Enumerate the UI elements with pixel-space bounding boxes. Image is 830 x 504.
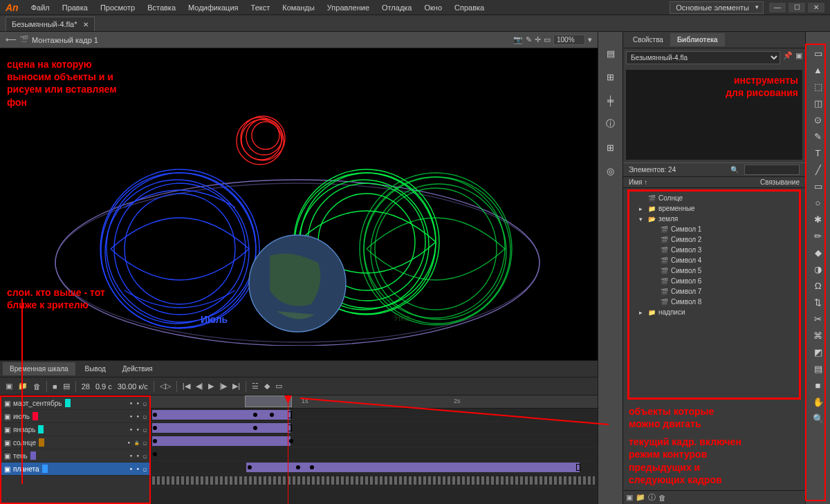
track-row[interactable]: [151, 435, 598, 448]
track-row[interactable]: [151, 448, 598, 461]
tool-button-5[interactable]: ✎: [811, 129, 826, 144]
new-folder-icon[interactable]: 📁: [636, 493, 645, 502]
layer-toggles[interactable]: ●●◻: [130, 414, 147, 419]
menu-commands[interactable]: Команды: [277, 1, 320, 14]
menu-file[interactable]: Файл: [26, 1, 55, 14]
maximize-button[interactable]: ☐: [788, 3, 805, 12]
layer-view-icon[interactable]: ▤: [63, 382, 70, 391]
menu-window[interactable]: Окно: [418, 1, 448, 14]
tool-button-19[interactable]: ▤: [811, 361, 826, 376]
panel-icon-2[interactable]: ╪: [603, 93, 618, 108]
document-tab[interactable]: Безымянный-4.fla* ✕: [6, 17, 95, 31]
library-document-dropdown[interactable]: Безымянный-4.fla: [626, 51, 780, 64]
layer-color-swatch[interactable]: [39, 438, 44, 447]
library-item[interactable]: 🎬Символ 5: [631, 265, 797, 276]
frames-area[interactable]: 1s 2s: [151, 395, 598, 504]
crosshair-icon[interactable]: ✛: [535, 35, 541, 44]
track-row[interactable]: [151, 422, 598, 435]
tool-button-14[interactable]: Ω: [811, 278, 826, 293]
tool-button-17[interactable]: ⌘: [811, 328, 826, 343]
camera-layer-icon[interactable]: ■: [53, 382, 57, 391]
tab-output[interactable]: Вывод: [78, 362, 113, 375]
layer-row[interactable]: ▣январь●●◻: [1, 423, 149, 436]
tool-button-18[interactable]: ◩: [811, 344, 826, 360]
library-item[interactable]: 🎬Символ 7: [631, 286, 797, 297]
layer-row[interactable]: ▣тень●●◻: [1, 449, 149, 463]
layer-row[interactable]: ▣март_сентябрь●●◻: [1, 397, 149, 410]
last-frame-icon[interactable]: ▶|: [232, 382, 240, 391]
library-item[interactable]: 🎬Солнце: [631, 193, 797, 203]
tool-button-3[interactable]: ◫: [811, 95, 826, 111]
insert-frame-icon[interactable]: ▭: [275, 382, 282, 391]
loop-icon[interactable]: ◁▷: [160, 382, 171, 391]
layer-row[interactable]: ▣планета●●◻: [1, 463, 149, 476]
expand-icon[interactable]: ▸: [636, 205, 645, 212]
tool-button-10[interactable]: ✱: [811, 212, 826, 227]
library-item[interactable]: ▸📁надписи: [631, 307, 797, 317]
back-icon[interactable]: ⟵: [6, 35, 17, 44]
pin-icon[interactable]: 📌: [783, 51, 793, 64]
pasteboard-icon[interactable]: ▭: [544, 35, 551, 44]
tool-button-12[interactable]: ◆: [811, 245, 826, 260]
play-icon[interactable]: ▶: [208, 382, 214, 391]
zoom-input[interactable]: [553, 35, 585, 45]
menu-text[interactable]: Текст: [246, 1, 276, 14]
library-item[interactable]: 🎬Символ 8: [631, 297, 797, 307]
zoom-dropdown-icon[interactable]: ▾: [588, 35, 592, 44]
insert-keyframe-icon[interactable]: ◆: [264, 382, 270, 391]
col-linkage[interactable]: Связывание: [760, 178, 800, 186]
first-frame-icon[interactable]: |◀: [183, 382, 190, 391]
panel-icon-3[interactable]: ⓘ: [603, 116, 618, 131]
tool-button-2[interactable]: ⬚: [811, 79, 826, 94]
tab-library[interactable]: Библиотека: [670, 33, 725, 46]
library-item[interactable]: 🎬Символ 4: [631, 255, 797, 265]
track-row[interactable]: [151, 461, 598, 474]
layer-toggles[interactable]: ●●◻: [130, 467, 147, 472]
camera-icon[interactable]: 📷: [513, 35, 523, 44]
scene-icon[interactable]: 🎬: [19, 35, 29, 44]
layer-color-swatch[interactable]: [30, 451, 36, 460]
tool-button-20[interactable]: ■: [811, 377, 826, 393]
tool-button-16[interactable]: ✂: [811, 311, 826, 326]
tool-button-13[interactable]: ◑: [811, 261, 826, 277]
tool-button-8[interactable]: ▭: [811, 178, 826, 194]
tool-button-7[interactable]: ╱: [811, 162, 826, 177]
panel-icon-0[interactable]: ▤: [603, 46, 618, 61]
layer-color-swatch[interactable]: [33, 412, 38, 420]
library-item[interactable]: 🎬Символ 1: [631, 224, 797, 234]
menu-modify[interactable]: Модификация: [183, 1, 244, 14]
tool-button-21[interactable]: ✋: [811, 394, 826, 409]
tool-button-0[interactable]: ▭: [811, 46, 826, 61]
tool-button-1[interactable]: ▲: [811, 62, 826, 77]
library-item[interactable]: ▸📁временные: [631, 203, 797, 214]
properties-icon[interactable]: ⓘ: [648, 492, 656, 503]
stage-canvas[interactable]: сцена на которую выносим объекты и и рис…: [0, 48, 598, 360]
new-layer-icon[interactable]: ▣: [6, 382, 12, 391]
library-item[interactable]: 🎬Символ 6: [631, 276, 797, 286]
delete-icon[interactable]: 🗑: [658, 494, 666, 502]
edit-scene-icon[interactable]: ✎: [526, 35, 532, 44]
menu-insert[interactable]: Вставка: [142, 1, 181, 14]
col-name[interactable]: Имя ↑: [629, 178, 647, 186]
timeline-ruler[interactable]: 1s 2s: [151, 395, 598, 409]
prev-frame-icon[interactable]: ◀|: [196, 382, 203, 391]
layer-toggles[interactable]: ●●◻: [130, 454, 147, 458]
minimize-button[interactable]: —: [769, 3, 786, 12]
next-frame-icon[interactable]: |▶: [219, 382, 227, 391]
tool-button-4[interactable]: ⊙: [811, 112, 826, 127]
layer-toggles[interactable]: ●●◻: [130, 401, 147, 406]
tab-properties[interactable]: Свойства: [626, 33, 670, 46]
menu-view[interactable]: Просмотр: [95, 1, 140, 14]
new-folder-icon[interactable]: 📁: [18, 382, 28, 391]
close-button[interactable]: ✕: [808, 3, 824, 12]
close-icon[interactable]: ✕: [83, 21, 89, 28]
layer-toggles[interactable]: ●●◻: [130, 427, 147, 432]
tool-button-6[interactable]: T: [811, 145, 826, 160]
delete-layer-icon[interactable]: 🗑: [33, 382, 41, 391]
layer-color-swatch[interactable]: [65, 399, 71, 407]
workspace-dropdown[interactable]: Основные элементы: [670, 1, 764, 14]
expand-icon[interactable]: ▾: [636, 216, 645, 223]
tab-actions[interactable]: Действия: [116, 362, 160, 375]
playhead[interactable]: [288, 395, 288, 504]
panel-icon-4[interactable]: ⊞: [603, 140, 618, 155]
